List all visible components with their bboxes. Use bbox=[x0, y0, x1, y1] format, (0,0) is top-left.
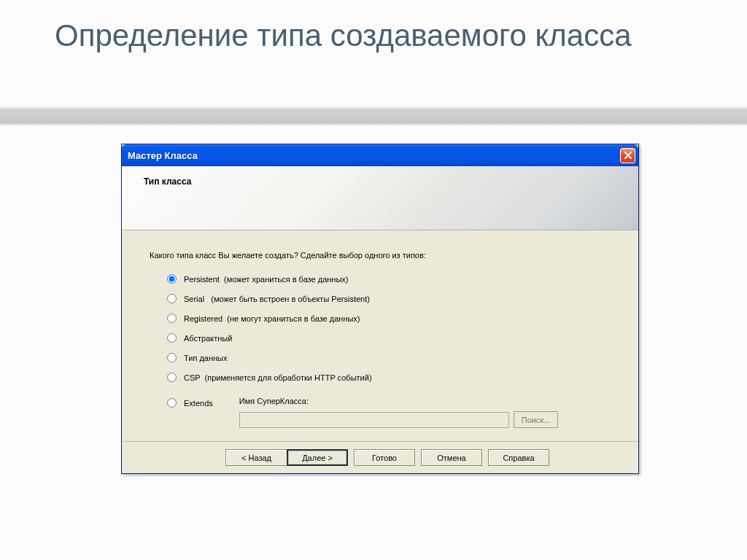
radio-label: Тип данных bbox=[184, 354, 228, 362]
titlebar[interactable]: Мастер Класса bbox=[122, 144, 638, 166]
radio-input[interactable] bbox=[167, 333, 177, 343]
extends-block: Extends Имя СуперКласса: Поиск... bbox=[167, 397, 616, 428]
radio-option-datatype[interactable]: Тип данных bbox=[167, 353, 616, 362]
radio-label: Serial (может быть встроен в объекты Per… bbox=[184, 295, 370, 303]
slide-title: Определение типа создаваемого класса bbox=[55, 18, 632, 53]
help-button[interactable]: Справка bbox=[488, 449, 549, 466]
radio-label: Persistent (может храниться в базе данны… bbox=[184, 275, 348, 284]
radio-input[interactable] bbox=[167, 274, 177, 284]
radio-option-registered[interactable]: Registered (не могут храниться в базе да… bbox=[167, 314, 616, 323]
finish-button[interactable]: Готово bbox=[354, 449, 415, 466]
radio-option-abstract[interactable]: Абстрактный bbox=[167, 333, 616, 343]
superclass-input[interactable] bbox=[239, 412, 509, 428]
radio-option-persistent[interactable]: Persistent (может храниться в базе данны… bbox=[167, 274, 616, 284]
superclass-label: Имя СуперКласса: bbox=[239, 397, 616, 405]
radio-input[interactable] bbox=[167, 398, 177, 408]
radio-input[interactable] bbox=[167, 314, 177, 323]
search-button[interactable]: Поиск... bbox=[514, 411, 559, 428]
wizard-content: Какого типа класс Вы желаете создать? Сд… bbox=[122, 230, 638, 441]
next-button[interactable]: Далее > bbox=[287, 449, 348, 466]
radio-label: CSP (применяется для обработки HTTP собы… bbox=[184, 373, 372, 382]
wizard-header-title: Тип класса bbox=[144, 176, 622, 187]
class-type-radio-group: Persistent (может храниться в базе данны… bbox=[167, 274, 616, 382]
cancel-button[interactable]: Отмена bbox=[421, 449, 482, 466]
radio-label: Абстрактный bbox=[184, 334, 232, 343]
radio-option-extends[interactable]: Extends bbox=[167, 397, 213, 408]
radio-option-csp[interactable]: CSP (применяется для обработки HTTP собы… bbox=[167, 373, 616, 382]
radio-input[interactable] bbox=[167, 373, 177, 382]
radio-input[interactable] bbox=[167, 294, 177, 303]
radio-label: Registered (не могут храниться в базе да… bbox=[184, 314, 360, 323]
radio-option-serial[interactable]: Serial (может быть встроен в объекты Per… bbox=[167, 294, 616, 303]
back-button[interactable]: < Назад bbox=[225, 449, 287, 466]
radio-input[interactable] bbox=[167, 353, 177, 362]
wizard-prompt: Какого типа класс Вы желаете создать? Сд… bbox=[150, 251, 616, 260]
close-button[interactable] bbox=[620, 148, 635, 163]
titlebar-text: Мастер Класса bbox=[128, 150, 198, 161]
wizard-footer: < Назад Далее > Готово Отмена Справка bbox=[122, 441, 638, 473]
close-icon bbox=[624, 151, 632, 160]
wizard-dialog: Мастер Класса Тип класса Какого типа кла… bbox=[121, 144, 639, 474]
wizard-header: Тип класса bbox=[122, 166, 638, 230]
radio-label: Extends bbox=[184, 399, 213, 408]
